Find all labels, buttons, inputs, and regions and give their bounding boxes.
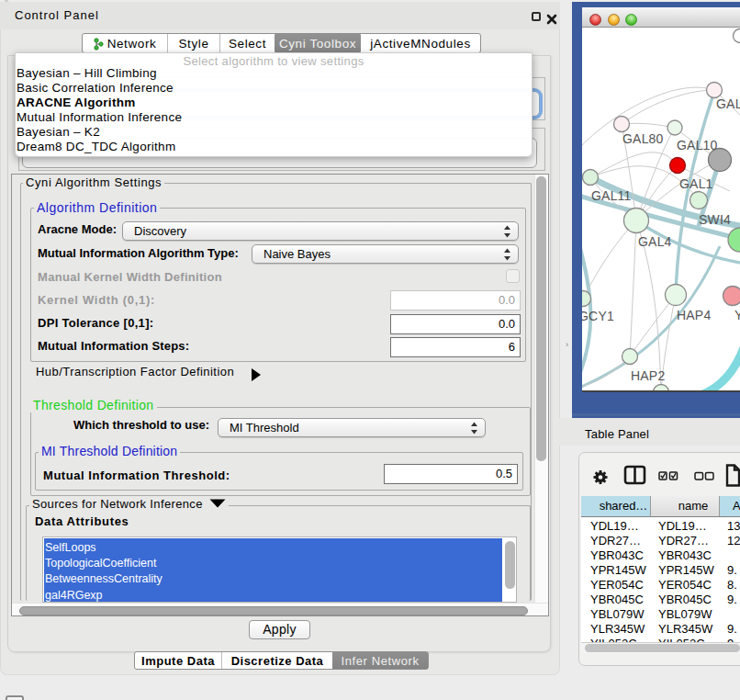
svg-text:GAL10: GAL10 xyxy=(677,138,718,152)
svg-text:HAP2: HAP2 xyxy=(631,368,665,383)
svg-text:GAL1: GAL1 xyxy=(679,176,713,191)
svg-text:GAL: GAL xyxy=(716,96,740,111)
svg-text:SWI4: SWI4 xyxy=(699,212,731,227)
svg-text:HAP4: HAP4 xyxy=(677,308,711,322)
svg-text:GAL4: GAL4 xyxy=(638,234,672,249)
svg-text:GAL80: GAL80 xyxy=(622,131,664,146)
svg-text:GAL11: GAL11 xyxy=(591,188,632,203)
svg-text:Y: Y xyxy=(734,308,740,322)
svg-text:GCY1: GCY1 xyxy=(582,309,614,323)
